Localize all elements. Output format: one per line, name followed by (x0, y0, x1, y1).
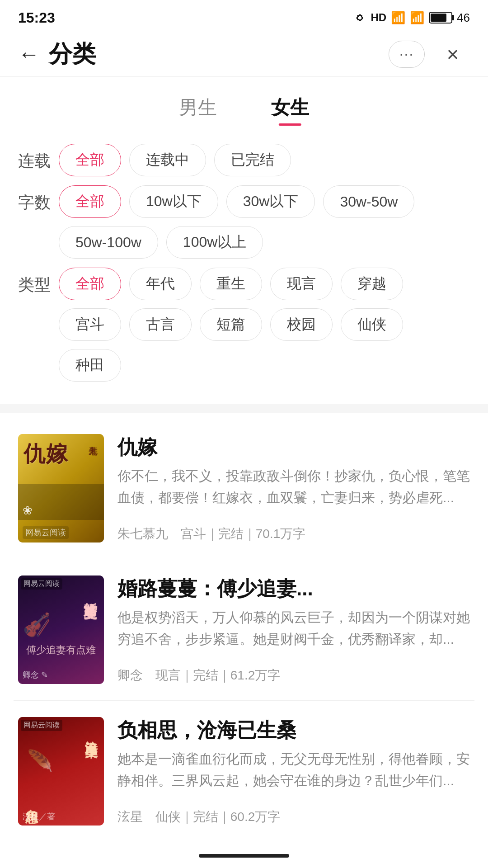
book-author-1: 朱七慕九 (117, 527, 168, 541)
book-meta-1: 朱七慕九 宫斗｜完结｜70.1万字 (117, 525, 470, 542)
type-chip-chuanyue[interactable]: 穿越 (341, 268, 403, 300)
book-list: 仇嫁 朱七慕九 ❀ 网易云阅读 仇嫁 你不仁，我不义，投靠政敌斗倒你！抄家仇，负… (0, 418, 488, 842)
filter-section: 连载 全部 连载中 已完结 字数 全部 10w以下 30w以下 (0, 135, 488, 400)
type-chips: 全部 年代 重生 现言 穿越 宫斗 古言 短篇 (59, 268, 470, 382)
header: ← 分类 ··· × (0, 32, 488, 77)
cover-image-1: 仇嫁 朱七慕九 ❀ 网易云阅读 (18, 434, 104, 542)
wordcount-chip-all[interactable]: 全部 (59, 185, 121, 218)
header-actions: ··· × (389, 41, 470, 68)
type-filter-row: 类型 全部 年代 重生 现言 穿越 宫斗 古言 短篇 (18, 268, 470, 382)
signal-bars: 📶 (391, 11, 405, 25)
book-author-3: 泫星 (117, 810, 143, 824)
home-indicator (199, 854, 289, 858)
tab-female[interactable]: 女生 (271, 95, 309, 126)
signal-icon: HD (371, 11, 386, 24)
wordcount-chip-50w100w[interactable]: 50w-100w (59, 226, 158, 259)
serial-chips: 全部 连载中 已完结 (59, 144, 470, 176)
book-info-1: 仇嫁 你不仁，我不义，投靠政敌斗倒你！抄家仇，负心恨，笔笔血债，都要偿！红嫁衣，… (117, 434, 470, 542)
battery (429, 12, 452, 24)
book-desc-1: 你不仁，我不义，投靠政敌斗倒你！抄家仇，负心恨，笔笔血债，都要偿！红嫁衣，血双鬟… (117, 465, 470, 509)
cover-image-3: 网易云阅读 沧海已生桑 负相思 🪶 泫星／著 (18, 717, 104, 826)
book-title-2: 婚路蔓蔓：傅少追妻... (117, 576, 470, 601)
book-meta-2: 卿念 现言｜完结｜61.2万字 (117, 667, 470, 684)
cover-title-text: 仇嫁 (23, 439, 69, 468)
type-chip-niandai[interactable]: 年代 (129, 268, 192, 300)
more-icon: ··· (399, 46, 414, 62)
type-chip-chongsheng[interactable]: 重生 (200, 268, 262, 300)
wordcount-filter-label: 字数 (18, 185, 59, 214)
battery-text: 46 (457, 11, 470, 25)
wordcount-chip-over100w[interactable]: 100w以上 (166, 226, 263, 259)
list-item[interactable]: 网易云阅读 婚路蔓蔓 傅少追妻有点难 🎻 卿念 ✎ 婚路蔓蔓：傅少追妻... 他… (14, 559, 474, 701)
more-button[interactable]: ··· (389, 41, 425, 68)
serial-chip-ongoing[interactable]: 连载中 (129, 144, 206, 176)
serial-chip-all[interactable]: 全部 (59, 144, 121, 176)
list-item[interactable]: 仇嫁 朱七慕九 ❀ 网易云阅读 仇嫁 你不仁，我不义，投靠政敌斗倒你！抄家仇，负… (14, 418, 474, 559)
wordcount-chips: 全部 10w以下 30w以下 30w-50w 50w-100w 100w以上 (59, 185, 470, 259)
close-button[interactable]: × (434, 41, 470, 68)
status-time: 15:23 (18, 9, 55, 26)
bottom-bar (0, 842, 488, 868)
book-info-3: 负相思，沧海已生桑 她本是一滴雀血衍化而成，无父无母无性别，得他眷顾，安静相伴。… (117, 717, 470, 826)
wordcount-chip-under10w[interactable]: 10w以下 (129, 185, 218, 218)
battery-fill (431, 14, 446, 22)
cover-image-2: 网易云阅读 婚路蔓蔓 傅少追妻有点难 🎻 卿念 ✎ (18, 576, 104, 684)
book-tags-1: 宫斗｜完结｜70.1万字 (181, 527, 306, 541)
book-info-2: 婚路蔓蔓：傅少追妻... 他是权势滔天，万人仰慕的风云巨子，却因为一个阴谋对她穷… (117, 576, 470, 684)
type-filter-label: 类型 (18, 268, 59, 296)
book-cover-3: 网易云阅读 沧海已生桑 负相思 🪶 泫星／著 (18, 717, 104, 826)
bluetooth-icon: ⭘ (354, 11, 366, 25)
serial-filter-row: 连载 全部 连载中 已完结 (18, 144, 470, 176)
status-bar: 15:23 ⭘ HD 📶 📶 46 (0, 0, 488, 32)
type-chip-xianxia[interactable]: 仙侠 (341, 308, 403, 341)
type-chip-guyan[interactable]: 古言 (129, 308, 192, 341)
list-item[interactable]: 网易云阅读 沧海已生桑 负相思 🪶 泫星／著 负相思，沧海已生桑 她本是一滴雀血… (14, 701, 474, 842)
type-chip-xiaoyuan[interactable]: 校园 (270, 308, 333, 341)
page-title: 分类 (49, 38, 389, 70)
type-chip-duanpian[interactable]: 短篇 (200, 308, 262, 341)
type-chip-all[interactable]: 全部 (59, 268, 121, 300)
gender-tabs: 男生 女生 (0, 77, 488, 135)
tab-male[interactable]: 男生 (179, 95, 217, 126)
book-title-1: 仇嫁 (117, 434, 470, 460)
wifi-icon: 📶 (410, 11, 424, 25)
battery-tip (452, 15, 454, 20)
book-desc-2: 他是权势滔天，万人仰慕的风云巨子，却因为一个阴谋对她穷追不舍，步步紧逼。她是财阀… (117, 607, 470, 650)
book-meta-3: 泫星 仙侠｜完结｜60.2万字 (117, 808, 470, 826)
type-chip-zhongtian[interactable]: 种田 (59, 349, 121, 382)
type-chip-gongdou[interactable]: 宫斗 (59, 308, 121, 341)
close-icon: × (447, 42, 457, 66)
section-divider (0, 404, 488, 413)
book-tags-2: 现言｜完结｜61.2万字 (155, 668, 281, 682)
book-author-2: 卿念 (117, 668, 143, 682)
wordcount-filter-row: 字数 全部 10w以下 30w以下 30w-50w 50w-100w 100w以… (18, 185, 470, 259)
back-button[interactable]: ← (18, 43, 40, 65)
book-desc-3: 她本是一滴雀血衍化而成，无父无母无性别，得他眷顾，安静相伴。三界风云起，她会守在… (117, 748, 470, 792)
status-icons: ⭘ HD 📶 📶 46 (354, 11, 470, 25)
book-cover-1: 仇嫁 朱七慕九 ❀ 网易云阅读 (18, 434, 104, 542)
wordcount-chip-under30w[interactable]: 30w以下 (226, 185, 315, 218)
book-tags-3: 仙侠｜完结｜60.2万字 (155, 810, 281, 824)
wordcount-chip-30w50w[interactable]: 30w-50w (323, 185, 414, 218)
book-title-3: 负相思，沧海已生桑 (117, 717, 470, 743)
book-cover-2: 网易云阅读 婚路蔓蔓 傅少追妻有点难 🎻 卿念 ✎ (18, 576, 104, 684)
serial-filter-label: 连载 (18, 144, 59, 172)
type-chip-xiandai[interactable]: 现言 (270, 268, 333, 300)
serial-chip-finished[interactable]: 已完结 (214, 144, 291, 176)
